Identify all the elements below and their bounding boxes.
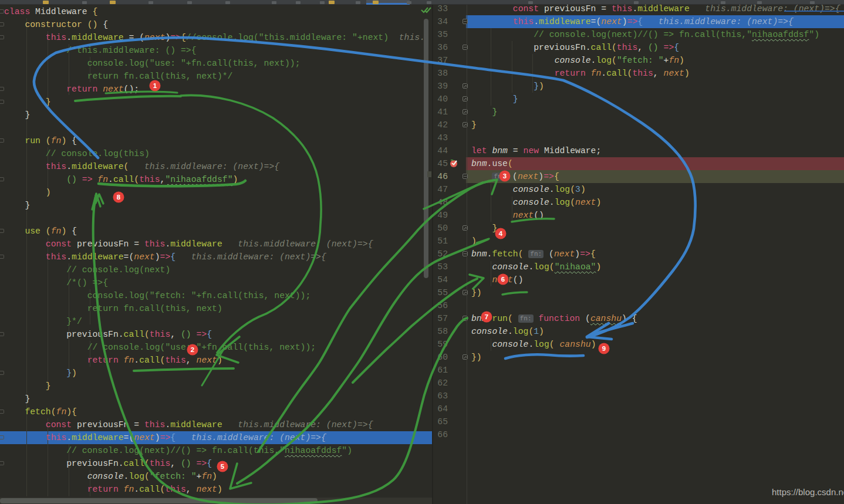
svg-text:1: 1 [153, 82, 157, 89]
svg-text:7: 7 [485, 313, 488, 320]
svg-text:4: 4 [499, 230, 503, 237]
svg-text:6: 6 [501, 276, 505, 283]
svg-text:3: 3 [503, 172, 507, 180]
svg-text:5: 5 [221, 463, 225, 470]
svg-text:8: 8 [117, 194, 121, 201]
svg-text:2: 2 [191, 346, 194, 353]
svg-text:9: 9 [602, 345, 606, 352]
